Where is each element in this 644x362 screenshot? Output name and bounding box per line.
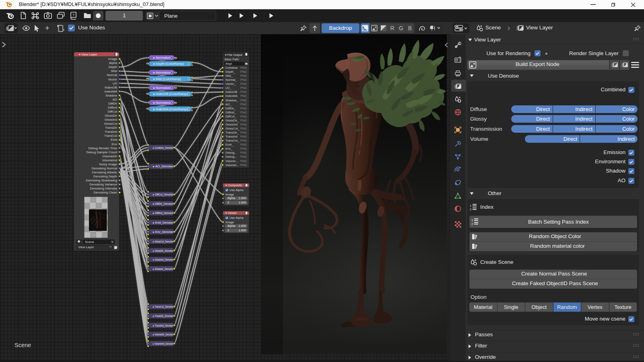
svg-text:Denoising Variance: Denoising Variance	[89, 183, 117, 186]
svg-text:Image: Image	[108, 57, 118, 61]
svg-text:GlossInd: GlossInd	[104, 118, 117, 121]
svg-text:UV: UV	[113, 82, 118, 85]
svg-text:1.000: 1.000	[239, 224, 246, 228]
svg-text:Denoising Albedo: Denoising Albedo	[92, 171, 118, 174]
svg-text:DiffDir_: DiffDir_	[225, 107, 236, 110]
svg-text:Shadow_: Shadow_	[225, 99, 238, 102]
svg-text:Vector: Vector	[108, 78, 117, 81]
svg-text:PNG: PNG	[240, 66, 247, 70]
svg-text:Depth: Depth	[109, 65, 117, 69]
svg-text:PNG: PNG	[240, 99, 247, 102]
svg-text:?: ?	[72, 13, 74, 17]
svg-text:Alpha: Alpha	[109, 61, 118, 65]
svg-text:Denoising Depth: Denoising Depth	[93, 175, 117, 178]
svg-text:PNG: PNG	[240, 147, 247, 150]
svg-text:Use Alpha: Use Alpha	[229, 216, 244, 220]
svg-text:▸ Normalize: ▸ Normalize	[153, 56, 171, 60]
svg-text:▸ GlossDir_Denoise: ▸ GlossDir_Denoise	[153, 249, 173, 253]
svg-text:DiffDir: DiffDir	[108, 102, 117, 105]
svg-text:1.000: 1.000	[239, 201, 246, 204]
svg-text:PNG: PNG	[240, 143, 247, 146]
svg-text:1.000: 1.000	[239, 196, 246, 200]
svg-text:TransInd: TransInd	[105, 130, 117, 134]
svg-text:▾ Viewer: ▾ Viewer	[225, 211, 237, 215]
svg-text:Denoising Clean: Denoising Clean	[93, 191, 117, 194]
svg-text:PNG: PNG	[240, 159, 247, 163]
svg-text:PNG: PNG	[240, 103, 247, 106]
svg-text:▸ TransDir_Denoise: ▸ TransDir_Denoise	[153, 315, 173, 318]
svg-text:PNG: PNG	[240, 119, 247, 122]
svg-text:▸ Shadow_Denoise: ▸ Shadow_Denoise	[153, 267, 173, 271]
svg-text:PNG: PNG	[240, 139, 247, 142]
svg-text:Denoising Intensity: Denoising Intensity	[90, 187, 117, 190]
svg-text:Image: Image	[225, 193, 234, 196]
svg-text:Noisy Image: Noisy Image	[99, 162, 118, 166]
svg-text:▾ Composite: ▾ Composite	[225, 183, 242, 187]
svg-text:DiffCol: DiffCol	[107, 110, 117, 113]
svg-text:Mist_: Mist_	[225, 74, 233, 78]
svg-text:PNG: PNG	[240, 74, 247, 78]
svg-text:GlossCol_: GlossCol_	[225, 127, 240, 130]
svg-text:DiffCol_: DiffCol_	[225, 115, 237, 118]
svg-text:PNG: PNG	[240, 90, 247, 94]
svg-text:▸ VolumeInd_Denoise: ▸ VolumeInd_Denoise	[153, 342, 173, 346]
svg-text:PNG: PNG	[240, 151, 247, 154]
svg-text:PNG: PNG	[240, 82, 247, 86]
svg-text:Volume...: Volume...	[225, 159, 238, 163]
svg-text:Vector_: Vector_	[225, 82, 236, 86]
svg-text:Debug ..: Debug ..	[225, 151, 237, 154]
svg-text:Debug ..: Debug ..	[225, 155, 237, 158]
svg-text:1: 1	[471, 218, 473, 222]
svg-text:▾ File Output: ▾ File Output	[225, 53, 243, 57]
svg-text:PNG: PNG	[240, 78, 247, 82]
svg-text:PNG: PNG	[240, 70, 247, 74]
svg-text:PNG: PNG	[240, 163, 247, 167]
svg-text:IndexMA: IndexMA	[104, 90, 117, 93]
svg-text:Z: Z	[227, 201, 229, 204]
svg-text:Debug Render Time: Debug Render Time	[88, 146, 117, 150]
svg-text:Emit: Emit	[111, 138, 118, 142]
svg-text:GlossDir_: GlossDir_	[225, 119, 239, 122]
svg-text:1: 1	[470, 204, 472, 208]
svg-text:2: 2	[470, 208, 472, 211]
svg-text:PNG: PNG	[240, 94, 247, 98]
svg-text:▸ Depth (ColorRamp): ▸ Depth (ColorRamp)	[153, 62, 184, 66]
svg-text:Image: Image	[225, 220, 234, 224]
svg-text:1.000: 1.000	[239, 228, 246, 232]
svg-text:PNG: PNG	[240, 115, 247, 118]
svg-text:▸ Env_Denoise: ▸ Env_Denoise	[153, 230, 173, 234]
svg-text:Shadow: Shadow	[105, 94, 117, 97]
svg-text:Emit_: Emit_	[225, 143, 233, 146]
svg-text:TransDir_: TransDir_	[225, 131, 239, 134]
svg-text:PNG: PNG	[240, 111, 247, 114]
svg-text:/tmp\: /tmp\	[225, 62, 232, 66]
svg-text:VolumeInd: VolumeInd	[102, 158, 117, 162]
svg-text:▸ TransCol_Denoise: ▸ TransCol_Denoise	[153, 305, 173, 309]
svg-text:Env: Env	[111, 142, 117, 146]
svg-text:Z: Z	[227, 228, 229, 232]
svg-text:TransInd: TransInd	[225, 135, 237, 138]
svg-text:VolumeDir: VolumeDir	[102, 154, 117, 158]
svg-text:IndexOB: IndexOB	[105, 86, 117, 89]
svg-text:Base Path:: Base Path:	[225, 58, 239, 61]
svg-text:PNG: PNG	[240, 107, 247, 110]
svg-text:PNG: PNG	[240, 131, 247, 134]
svg-text:▸ Emit_Denoise: ▸ Emit_Denoise	[153, 221, 173, 224]
svg-text:2: 2	[471, 222, 473, 225]
svg-text:GlossInd: GlossInd	[225, 123, 237, 126]
svg-text:Use Alpha: Use Alpha	[229, 188, 244, 192]
svg-text:▸ Mist (ColorRamp): ▸ Mist (ColorRamp)	[153, 77, 181, 81]
svg-text:PNG: PNG	[240, 123, 247, 126]
svg-text:TransCol: TransCol	[104, 134, 117, 138]
svg-text:Scene: Scene	[85, 240, 94, 244]
svg-text:GlossDir: GlossDir	[105, 114, 117, 117]
svg-text:Normal_: Normal_	[225, 78, 237, 82]
svg-text:▸ VolumeDir_Denoise: ▸ VolumeDir_Denoise	[153, 333, 173, 336]
svg-text:×: ×	[111, 241, 113, 243]
svg-text:▸ GlossCol_Denoise: ▸ GlossCol_Denoise	[153, 240, 173, 243]
svg-text:Mist: Mist	[111, 69, 117, 73]
svg-text:AO: AO	[112, 98, 117, 101]
svg-text:Combine: Combine	[225, 66, 237, 70]
svg-text:▸ AO_Denoise: ▸ AO_Denoise	[153, 165, 173, 168]
svg-text:PNG: PNG	[240, 135, 247, 138]
